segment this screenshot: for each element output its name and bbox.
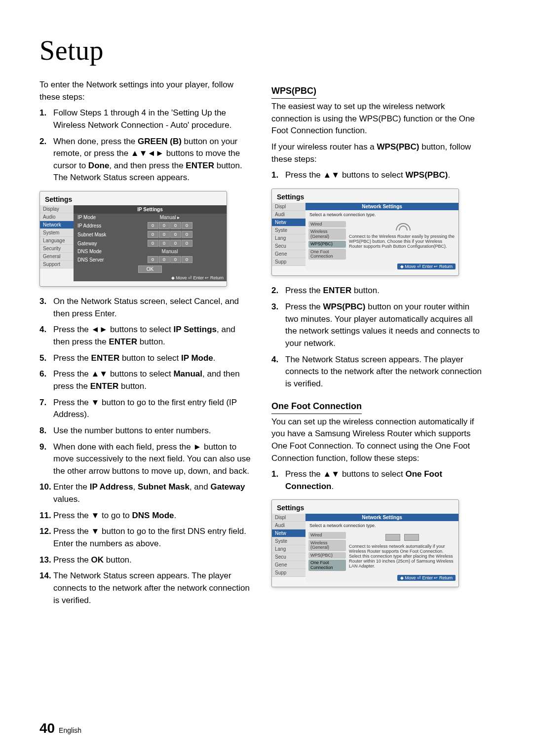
ip-octet[interactable]: 0 [148,256,158,263]
sidebar-item[interactable]: Lang [272,234,305,242]
sidebar-item[interactable]: Secu [272,553,305,561]
ip-octet[interactable]: 0 [148,240,158,247]
wps-p2: If your wireless router has a WPS(PBC) b… [271,141,484,165]
sidebar-item[interactable]: Netw [272,219,305,227]
ofc-steps-before: Press the ▲▼ buttons to select One Foot … [271,468,484,492]
mode-value[interactable]: Manual ▸ [117,215,223,220]
step-item: Press the ▲▼ buttons to select Manual, a… [39,368,252,392]
sidebar-item[interactable]: Network [40,221,74,229]
ip-row: Gateway0000 [74,239,227,248]
sidebar-item[interactable]: General [40,253,74,261]
ip-octet[interactable]: 0 [148,231,158,238]
ip-octet[interactable]: 0 [182,256,192,263]
mode-value[interactable]: Manual [117,249,223,254]
sidebar-item[interactable]: Netw [272,529,305,537]
pane-title: Network Settings [305,203,458,210]
ip-octet[interactable]: 0 [182,231,192,238]
ip-octet[interactable]: 0 [159,231,170,238]
ok-button[interactable]: OK [138,265,162,273]
side-menu: DisplAudiNetwSysteLangSecuGeneSupp [272,514,305,582]
connection-type-item[interactable]: Wireless (General) [308,228,346,240]
wps-steps-before: Press the ▲▼ buttons to select WPS(PBC). [271,169,484,182]
pane-title: IP Settings [74,205,227,214]
page-number: 40 [39,720,55,736]
sidebar-item[interactable]: Security [40,245,74,253]
ofc-heading: One Foot Connection [271,401,362,414]
connection-type-item[interactable]: WPS(PBC) [308,552,346,559]
ip-row: DNS ModeManual [74,248,227,255]
sidebar-item[interactable]: System [40,229,74,237]
desc-text: Connect to wireless network automaticall… [349,544,456,568]
sidebar-item[interactable]: Audio [40,213,74,221]
step-item: Press the ▼ button to go to the first en… [39,397,252,421]
ip-octet[interactable]: 0 [170,222,181,229]
step-item: When done, press the GREEN (B) button on… [39,136,252,185]
left-steps-before: Follow Steps 1 through 4 in the 'Setting… [39,107,252,184]
panel-title: Settings [272,500,458,514]
ip-octet[interactable]: 0 [170,231,181,238]
wifi-icon [396,223,409,231]
ip-row: IP Address0000 [74,221,227,230]
connection-type-item[interactable]: Wired [308,221,346,227]
ip-settings-panel: Settings DisplayAudioNetworkSystemLangua… [39,191,227,287]
sidebar-item[interactable]: Display [40,205,74,213]
step-item: On the Network Status screen, select Can… [39,296,252,320]
wps-panel: Settings DisplAudiNetwSysteLangSecuGeneS… [271,189,459,276]
right-column: WPS(PBC) The easiest way to set up the w… [271,79,484,610]
ip-octet[interactable]: 0 [148,222,158,229]
sidebar-item[interactable]: Support [40,261,74,268]
wps-desc: Connect to the Wireless Router easily by… [348,219,458,263]
page-lang: English [59,726,81,734]
sidebar-item[interactable]: Audi [272,522,305,529]
step-item: Press the ▼ to go to DNS Mode. [39,510,252,522]
ip-octet[interactable]: 0 [182,240,192,247]
connection-type-item[interactable]: WPS(PBC) [308,241,346,247]
pane-sub: Select a network connection type. [305,210,458,219]
ip-label: DNS Server [77,257,117,263]
sidebar-item[interactable]: Audi [272,211,305,219]
step-item: Press the ENTER button to select IP Mode… [39,352,252,365]
left-intro: To enter the Network settings into your … [39,79,252,103]
page-footer: 40 English [39,720,81,736]
ofc-desc: Connect to wireless network automaticall… [348,530,458,574]
panel-hints: ◆ Move ⏎ Enter ↩ Return [171,275,224,280]
ip-octet[interactable]: 0 [159,222,170,229]
step-item: The Network Status screen appears. The p… [39,570,252,606]
step-item: Press the OK button. [39,554,252,567]
ip-octet[interactable]: 0 [170,240,181,247]
panel-hints: ◆ Move ⏎ Enter ↩ Return [397,575,456,581]
wps-p1: The easiest way to set up the wireless n… [271,101,484,137]
wps-heading: WPS(PBC) [271,86,316,99]
sidebar-item[interactable]: Displ [272,514,305,522]
sidebar-item[interactable]: Displ [272,203,305,211]
sidebar-item[interactable]: Supp [272,258,305,266]
sidebar-item[interactable]: Language [40,237,74,245]
sidebar-item[interactable]: Lang [272,545,305,553]
ip-octet[interactable]: 0 [159,256,170,263]
side-menu: DisplayAudioNetworkSystemLanguageSecurit… [40,205,74,281]
ip-label: IP Mode [77,215,117,220]
sidebar-item[interactable]: Supp [272,569,305,577]
connection-type-item[interactable]: Wired [308,532,346,538]
ip-label: DNS Mode [77,249,117,254]
ip-octet[interactable]: 0 [159,240,170,247]
sidebar-item[interactable]: Gene [272,250,305,258]
ns-main-pane: Network Settings Select a network connec… [305,514,458,582]
ofc-p1: You can set up the wireless connection a… [271,416,484,465]
step-item: Press the ▼ button to go to the first DN… [39,526,252,550]
pane-sub: Select a network connection type. [305,521,458,530]
page-title: Setup [39,35,498,66]
left-column: To enter the Network settings into your … [39,79,252,610]
connection-type-item[interactable]: One Foot Connection [308,560,346,571]
connection-type-item[interactable]: One Foot Connection [308,249,346,260]
step-item: Enter the IP Address, Subnet Mask, and G… [39,481,252,505]
sidebar-item[interactable]: Secu [272,242,305,250]
sidebar-item[interactable]: Gene [272,561,305,569]
ip-octet[interactable]: 0 [170,256,181,263]
connection-type-item[interactable]: Wireless (General) [308,540,346,551]
sidebar-item[interactable]: Syste [272,227,305,234]
ip-octet[interactable]: 0 [182,222,192,229]
sidebar-item[interactable]: Syste [272,537,305,545]
ip-label: Gateway [77,241,117,246]
step-item: Press the ▲▼ buttons to select One Foot … [271,468,484,492]
